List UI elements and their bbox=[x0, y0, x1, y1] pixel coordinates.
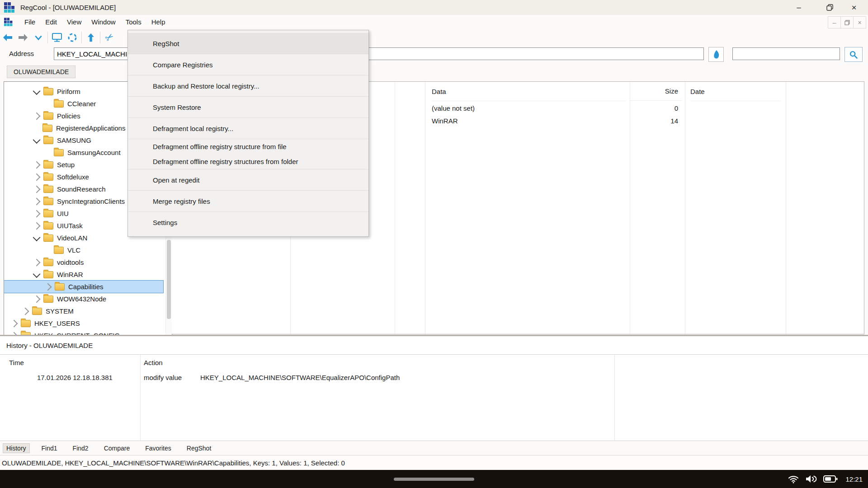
toolbar-separator bbox=[100, 32, 100, 43]
menubar-item-edit[interactable]: Edit bbox=[40, 16, 62, 28]
menubar-item-file[interactable]: File bbox=[19, 16, 40, 28]
tree-item-label: VLC bbox=[67, 246, 80, 254]
tree-item-winrar[interactable]: WinRAR bbox=[4, 268, 165, 281]
column-header-data[interactable]: Data bbox=[432, 82, 626, 101]
history-row[interactable]: 17.01.2026 12.18.18.381modify valueHKEY_… bbox=[0, 371, 868, 384]
folder-icon bbox=[43, 259, 53, 266]
battery-icon[interactable] bbox=[823, 474, 838, 484]
folder-icon bbox=[21, 320, 31, 327]
minimize-button[interactable]: – bbox=[788, 0, 809, 15]
remote-registry-button[interactable] bbox=[65, 31, 80, 44]
menu-item-label: RegShot bbox=[153, 40, 179, 47]
bottom-tab-favorites[interactable]: Favorites bbox=[142, 443, 175, 453]
column-separator bbox=[140, 355, 141, 441]
mdi-close-button[interactable]: × bbox=[853, 16, 866, 28]
menu-item-label: Open at regedit bbox=[153, 176, 199, 184]
tools-menu-item-settings[interactable]: Settings bbox=[128, 211, 368, 233]
restore-button[interactable] bbox=[819, 0, 840, 15]
close-button[interactable]: × bbox=[844, 0, 864, 15]
history-time: 17.01.2026 12.18.18.381 bbox=[37, 371, 113, 384]
tools-menu: RegShotCompare RegistriesBackup and Rest… bbox=[127, 30, 369, 237]
value-cell-date bbox=[690, 102, 781, 114]
tree-item-capabilities[interactable]: Capabilities bbox=[4, 281, 163, 293]
chevron-right-icon[interactable] bbox=[44, 283, 52, 291]
tools-menu-item-open-at-regedit[interactable]: Open at regedit bbox=[128, 169, 368, 190]
history-panel-header: History - OLUWADEMILADE bbox=[0, 336, 868, 355]
app-logo-icon bbox=[4, 2, 15, 13]
tree-item-wow6432node[interactable]: WOW6432Node bbox=[4, 293, 165, 305]
history-action: modify value bbox=[144, 371, 182, 384]
menubar-item-tools[interactable]: Tools bbox=[121, 16, 146, 28]
chevron-right-icon[interactable] bbox=[33, 222, 41, 230]
bottom-tab-find2[interactable]: Find2 bbox=[69, 443, 92, 453]
bottom-tab-compare[interactable]: Compare bbox=[100, 443, 134, 453]
back-button[interactable] bbox=[0, 31, 15, 44]
tools-menu-item-regshot[interactable]: RegShot bbox=[128, 33, 368, 54]
chevron-right-icon[interactable] bbox=[10, 319, 18, 327]
chevron-down-icon[interactable] bbox=[33, 270, 41, 278]
jump-droplet-icon bbox=[712, 50, 720, 60]
title-bar: RegCool - [OLUWADEMILADE] – × bbox=[0, 0, 868, 15]
tools-menu-item-compare-registries[interactable]: Compare Registries bbox=[128, 54, 368, 75]
tree-item-label: voidtools bbox=[57, 258, 84, 266]
go-to-key-button[interactable] bbox=[708, 47, 724, 62]
menu-item-label: Backup and Restore local registry... bbox=[153, 82, 259, 90]
chevron-right-icon[interactable] bbox=[33, 210, 41, 217]
clock[interactable]: 12:21 bbox=[845, 475, 863, 483]
column-header-date[interactable]: Date bbox=[690, 82, 781, 101]
chevron-right-icon[interactable] bbox=[33, 197, 41, 205]
tree-item-label: UIUTask bbox=[57, 222, 83, 230]
chevron-right-icon[interactable] bbox=[33, 112, 41, 120]
menubar-item-view[interactable]: View bbox=[62, 16, 86, 28]
search-button[interactable] bbox=[844, 47, 863, 62]
history-dropdown-button[interactable] bbox=[31, 31, 46, 44]
chevron-right-icon[interactable] bbox=[33, 295, 41, 303]
volume-icon[interactable] bbox=[805, 474, 817, 484]
tree-item-label: SoundResearch bbox=[57, 185, 106, 193]
chevron-right-icon[interactable] bbox=[22, 307, 29, 315]
column-header-time[interactable]: Time bbox=[9, 355, 24, 370]
tree-item-system[interactable]: SYSTEM bbox=[4, 305, 165, 317]
chevron-down-icon[interactable] bbox=[33, 136, 41, 144]
chevron-right-icon[interactable] bbox=[33, 161, 41, 169]
menubar-item-window[interactable]: Window bbox=[86, 16, 120, 28]
bottom-tab-regshot[interactable]: RegShot bbox=[183, 443, 215, 453]
bottom-tab-history[interactable]: History bbox=[3, 443, 30, 453]
taskbar-handle[interactable] bbox=[394, 478, 474, 481]
chevron-right-icon[interactable] bbox=[33, 185, 41, 193]
column-header-action[interactable]: Action bbox=[144, 355, 163, 370]
menubar-item-help[interactable]: Help bbox=[146, 16, 170, 28]
tools-menu-item-merge-registry-files[interactable]: Merge registry files bbox=[128, 190, 368, 211]
chevron-down-icon[interactable] bbox=[33, 234, 41, 241]
tree-item-label: RegisteredApplications bbox=[56, 124, 125, 132]
tools-menu-item-system-restore[interactable]: System Restore bbox=[128, 96, 368, 117]
tools-menu-item-defragment-offline-registry-structures-from-folder[interactable]: Defragment offline registry structures f… bbox=[128, 154, 368, 169]
tools-menu-item-defragment-local-registry[interactable]: Defragment local registry... bbox=[128, 117, 368, 139]
session-tab[interactable]: OLUWADEMILADE bbox=[7, 66, 75, 78]
tree-item-voidtools[interactable]: voidtools bbox=[4, 256, 165, 268]
computer-button[interactable] bbox=[49, 31, 65, 44]
forward-arrow-icon bbox=[18, 32, 28, 43]
folder-icon bbox=[43, 271, 53, 278]
quick-search-input[interactable] bbox=[732, 47, 840, 60]
mdi-minimize-button[interactable]: – bbox=[828, 16, 841, 28]
folder-icon bbox=[43, 186, 53, 193]
tree-scrollbar-thumb[interactable] bbox=[167, 240, 171, 319]
tree-item-hkey-users[interactable]: HKEY_USERS bbox=[4, 317, 165, 329]
chevron-right-icon[interactable] bbox=[33, 258, 41, 266]
forward-button[interactable] bbox=[15, 31, 31, 44]
mdi-restore-button[interactable] bbox=[840, 16, 854, 28]
column-header-size[interactable]: Size bbox=[630, 82, 682, 101]
bottom-tab-find1[interactable]: Find1 bbox=[38, 443, 61, 453]
cut-button[interactable]: ✂ bbox=[102, 31, 117, 44]
tree-item-vlc[interactable]: VLC bbox=[4, 244, 165, 256]
chevron-down-icon[interactable] bbox=[33, 87, 41, 95]
folder-icon bbox=[54, 149, 64, 156]
tree-item-label: SAMSUNG bbox=[57, 136, 91, 144]
up-level-button[interactable] bbox=[83, 31, 99, 44]
tools-menu-item-defragment-offline-registry-structure-from-file[interactable]: Defragment offline registry structure fr… bbox=[128, 139, 368, 154]
chevron-right-icon[interactable] bbox=[33, 173, 41, 181]
wifi-icon[interactable] bbox=[788, 474, 799, 484]
tools-menu-item-backup-and-restore-local-registry[interactable]: Backup and Restore local registry... bbox=[128, 75, 368, 96]
toolbar-separator bbox=[81, 32, 82, 43]
